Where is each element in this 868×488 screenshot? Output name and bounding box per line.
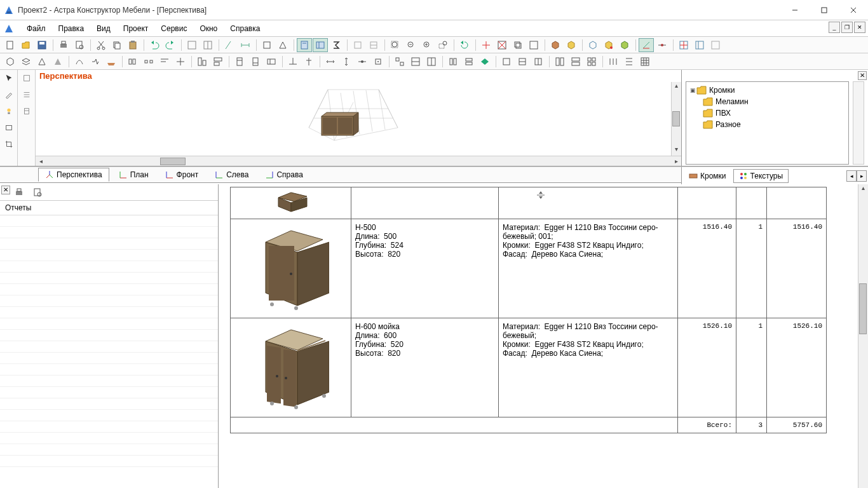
tool-box2-icon[interactable]: [275, 38, 290, 52]
tool4-b-icon[interactable]: [248, 55, 263, 69]
tool2-path1-icon[interactable]: [72, 55, 87, 69]
tool-cube2-icon[interactable]: [564, 38, 579, 52]
tool10-a-icon[interactable]: [552, 55, 567, 69]
align-h1-icon[interactable]: [125, 55, 140, 69]
tool9-b-icon[interactable]: [515, 55, 530, 69]
tool11-b-icon[interactable]: [621, 55, 637, 69]
scroll-down-icon[interactable]: ▾: [672, 146, 681, 156]
tool-grid1-icon[interactable]: [184, 38, 200, 52]
viewport-vscroll[interactable]: ▴ ▾: [671, 82, 681, 156]
tab-edges[interactable]: Кромки: [683, 169, 732, 183]
report-print-icon[interactable]: [11, 186, 27, 200]
tool2-cube-icon[interactable]: [3, 55, 18, 69]
crop-tool-icon[interactable]: [1, 137, 17, 152]
tab-plan[interactable]: План: [112, 168, 156, 182]
zoom-out-icon[interactable]: [403, 38, 419, 52]
paste-icon[interactable]: [125, 38, 140, 52]
edit-tool-icon[interactable]: [1, 87, 17, 102]
tool8-c-icon[interactable]: [477, 55, 492, 69]
tool-grid-blue-icon[interactable]: [692, 38, 707, 52]
align-h4-icon[interactable]: [173, 55, 188, 69]
tab-textures[interactable]: Текстуры: [733, 169, 789, 183]
tool11-a-icon[interactable]: [606, 55, 621, 69]
tool7-b-icon[interactable]: [408, 55, 423, 69]
hscroll-thumb[interactable]: [160, 158, 186, 165]
tool-dim1-icon[interactable]: [222, 38, 237, 52]
tab-perspective[interactable]: Перспектива: [38, 168, 109, 182]
scroll-right-icon[interactable]: ▸: [671, 158, 681, 165]
tool5-b-icon[interactable]: [301, 55, 316, 69]
undo-icon[interactable]: [147, 38, 162, 52]
tool6-b-icon[interactable]: [339, 55, 354, 69]
tool-axis-icon[interactable]: [639, 38, 654, 52]
tab-right[interactable]: Справа: [258, 168, 309, 182]
tool-cross-icon[interactable]: [478, 38, 494, 52]
tool-box1-icon[interactable]: [259, 38, 275, 52]
tool-grid-red-icon[interactable]: [676, 38, 691, 52]
tool2-ship-icon[interactable]: [104, 55, 119, 69]
tool3-b-icon[interactable]: [210, 55, 226, 69]
scroll-up-icon[interactable]: ▴: [858, 184, 868, 194]
rect-tool-icon[interactable]: [1, 120, 17, 135]
tool4-c-icon[interactable]: [264, 55, 279, 69]
minimize-button[interactable]: [780, 0, 810, 20]
scroll-left-icon[interactable]: ◂: [36, 158, 46, 165]
menu-project[interactable]: Проект: [117, 22, 155, 35]
tool5-a-icon[interactable]: [285, 55, 301, 69]
align-h2-icon[interactable]: [141, 55, 156, 69]
redo-icon[interactable]: [163, 38, 178, 52]
tool4-a-icon[interactable]: [232, 55, 247, 69]
light-tool-icon[interactable]: [1, 104, 17, 119]
tool6-d-icon[interactable]: [370, 55, 386, 69]
align-h3-icon[interactable]: [157, 55, 172, 69]
tool-x-icon[interactable]: [494, 38, 510, 52]
mode1-icon[interactable]: [19, 71, 34, 86]
maximize-button[interactable]: [810, 0, 839, 20]
panel-close-button[interactable]: ✕: [858, 71, 867, 80]
print-icon[interactable]: [56, 38, 71, 52]
cut-icon[interactable]: [93, 38, 109, 52]
tool-p2-icon[interactable]: [366, 38, 381, 52]
mode2-icon[interactable]: [19, 87, 34, 102]
tool-sigma-icon[interactable]: [329, 38, 344, 52]
menu-edit[interactable]: Правка: [52, 22, 91, 35]
tool-sq2-icon[interactable]: [526, 38, 541, 52]
tool6-a-icon[interactable]: [323, 55, 338, 69]
tool11-c-icon[interactable]: [637, 55, 653, 69]
report-preview-icon[interactable]: [30, 186, 45, 200]
collapse-icon[interactable]: ▣: [689, 87, 696, 93]
report-close-button[interactable]: ✕: [1, 186, 10, 194]
menu-window[interactable]: Окно: [193, 22, 224, 35]
menu-service[interactable]: Сервис: [154, 22, 193, 35]
new-icon[interactable]: [3, 38, 18, 52]
tree-item[interactable]: Меламин: [689, 96, 846, 107]
close-button[interactable]: [839, 0, 868, 20]
tool2-layer-icon[interactable]: [18, 55, 34, 69]
materials-tree[interactable]: ▣ Кромки Меламин ПВХ Разное: [686, 81, 849, 165]
tab-nav-right-icon[interactable]: ▸: [857, 170, 867, 182]
tool2-cone-icon[interactable]: [34, 55, 50, 69]
tab-front[interactable]: Фронт: [158, 168, 206, 182]
tab-nav-left-icon[interactable]: ◂: [846, 170, 857, 182]
zoom-extents-icon[interactable]: [388, 38, 403, 52]
tool-spec2-icon[interactable]: [313, 38, 328, 52]
tree-root[interactable]: ▣ Кромки: [689, 85, 846, 96]
menu-view[interactable]: Вид: [90, 22, 117, 35]
tool3-a-icon[interactable]: [194, 55, 210, 69]
vscroll-thumb[interactable]: [672, 111, 680, 126]
mode3-icon[interactable]: [19, 104, 34, 119]
tool10-c-icon[interactable]: [584, 55, 599, 69]
menu-help[interactable]: Справка: [224, 22, 266, 35]
refresh-icon[interactable]: [457, 38, 472, 52]
zoom-in-icon[interactable]: [419, 38, 435, 52]
viewport-hscroll[interactable]: ◂ ▸: [36, 156, 681, 166]
splitter-handle[interactable]: [536, 190, 546, 200]
tool-grid-mix-icon[interactable]: [708, 38, 723, 52]
tool-dim2-icon[interactable]: [238, 38, 253, 52]
reports-list[interactable]: [0, 215, 218, 488]
tool8-b-icon[interactable]: [461, 55, 477, 69]
tool8-a-icon[interactable]: [445, 55, 461, 69]
tool10-b-icon[interactable]: [568, 55, 583, 69]
viewport-3d[interactable]: [36, 82, 671, 156]
mdi-close[interactable]: ✕: [854, 22, 865, 33]
